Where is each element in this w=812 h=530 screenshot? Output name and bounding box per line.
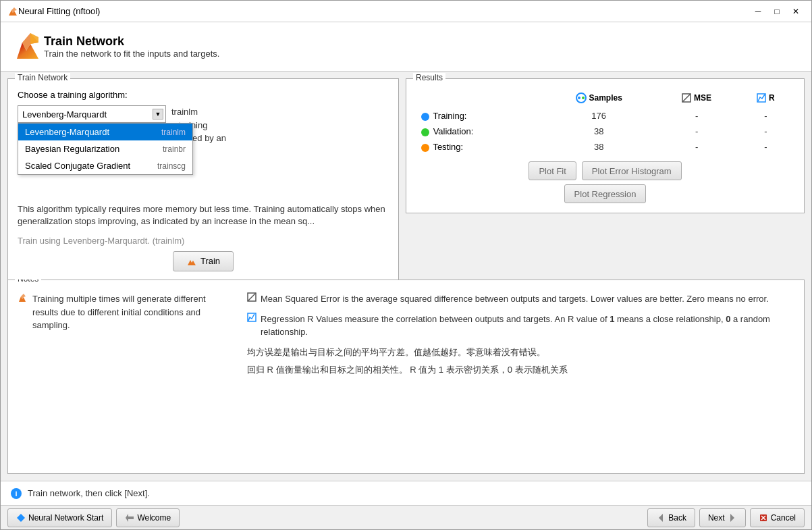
table-row: Validation: 38 - -	[416, 124, 794, 139]
svg-marker-20	[126, 514, 134, 522]
welcome-button[interactable]: Welcome	[116, 508, 180, 527]
col-mse-label: MSE	[694, 93, 711, 103]
algo-option-bayesian[interactable]: Bayesian Regularization trainbr	[18, 140, 192, 157]
notes-left: Training multiple times will generate di…	[18, 292, 234, 377]
col-header-samples: Samples	[541, 90, 656, 108]
validation-samples: 38	[541, 124, 656, 139]
close-button[interactable]: ✕	[787, 4, 805, 19]
main-window: Neural Fitting (nftool) ─ □ ✕ Train Netw…	[0, 0, 812, 530]
page-subtitle: Train the network to fit the inputs and …	[44, 49, 219, 59]
note-mse-block: Mean Squared Error is the average square…	[247, 292, 794, 306]
note-item-training: Training multiple times will generate di…	[18, 292, 234, 332]
notes-right: Mean Squared Error is the average square…	[247, 292, 794, 377]
bottom-nav-bar: Neural Network Start Welcome Back Next	[1, 505, 811, 529]
nav-welcome-icon	[125, 513, 134, 523]
next-button[interactable]: Next	[699, 508, 746, 527]
note-icon-training	[18, 293, 27, 332]
testing-samples: 38	[541, 139, 656, 155]
testing-r: -	[737, 139, 794, 155]
validation-label: Validation:	[416, 124, 541, 139]
neural-network-start-button[interactable]: Neural Network Start	[7, 508, 112, 527]
plot-error-histogram-button[interactable]: Plot Error Histogram	[582, 161, 682, 180]
table-row: Training: 176 - -	[416, 108, 794, 124]
main-content: Train Network Choose a training algorith…	[1, 72, 811, 280]
matlab-title-icon	[7, 6, 18, 17]
training-mse: -	[656, 108, 737, 124]
plot-regression-button[interactable]: Plot Regression	[564, 184, 647, 203]
algorithm-dropdown-container: Levenberg-Marquardt ▼ Levenberg-Marquard…	[18, 105, 166, 123]
nav-start-icon	[16, 513, 26, 523]
results-btn-row-2: Plot Regression	[416, 184, 794, 203]
cancel-icon	[759, 513, 768, 523]
back-label: Back	[668, 513, 686, 523]
training-label: Training:	[416, 108, 541, 124]
algo-levenberg-label: Levenberg-Marquardt	[25, 127, 109, 137]
train-network-section: Train Network Choose a training algorith…	[7, 78, 399, 280]
maximize-button[interactable]: □	[768, 4, 786, 19]
plot-fit-button[interactable]: Plot Fit	[529, 161, 576, 180]
col-samples-label: Samples	[589, 93, 622, 103]
train-button[interactable]: Train	[173, 251, 234, 271]
svg-line-10	[682, 94, 691, 102]
next-icon	[728, 513, 737, 523]
neural-network-start-label: Neural Network Start	[28, 513, 103, 523]
back-icon	[656, 513, 666, 523]
chinese-note-2: 回归 R 值衡量输出和目标之间的相关性。 R 值为 1 表示密切关系，0 表示随…	[247, 363, 794, 377]
training-text: Training:	[433, 111, 466, 121]
col-header-empty	[416, 90, 541, 108]
mse-icon	[682, 93, 691, 103]
algo-option-levenberg[interactable]: Levenberg-Marquardt trainlm	[18, 124, 192, 140]
welcome-label: Welcome	[137, 513, 171, 523]
page-title: Train Network	[44, 34, 219, 49]
note-mse-text: Mean Squared Error is the average square…	[261, 292, 769, 306]
samples-icon	[576, 92, 587, 103]
notes-content: Training multiple times will generate di…	[18, 292, 794, 377]
results-section: Results	[406, 78, 805, 213]
cancel-label: Cancel	[771, 513, 796, 523]
algo-description: This algorithm typically requires more m…	[18, 203, 389, 230]
validation-text: Validation:	[433, 126, 474, 136]
right-panel: Results	[406, 78, 805, 273]
testing-label: Testing:	[416, 139, 541, 155]
algo-bayesian-code: trainbr	[163, 144, 186, 154]
results-btn-row-1: Plot Fit Plot Error Histogram	[416, 161, 794, 180]
notes-title: Notes	[15, 280, 41, 284]
cancel-button[interactable]: Cancel	[750, 508, 805, 527]
window-controls: ─ □ ✕	[749, 4, 805, 19]
train-network-title: Train Network	[15, 73, 70, 82]
results-buttons: Plot Fit Plot Error Histogram Plot Regre…	[416, 161, 794, 203]
header-icon	[11, 30, 44, 63]
title-bar: Neural Fitting (nftool) ─ □ ✕	[1, 1, 811, 22]
dropdown-row: Levenberg-Marquardt ▼ Levenberg-Marquard…	[18, 105, 389, 145]
training-samples: 176	[541, 108, 656, 124]
left-panel: Train Network Choose a training algorith…	[7, 78, 399, 273]
algo-bayesian-label: Bayesian Regularization	[25, 144, 119, 154]
back-button[interactable]: Back	[647, 508, 695, 527]
note-r-text: Regression R Values measure the correlat…	[261, 313, 794, 339]
col-r-label: R	[769, 93, 775, 103]
train-using-label: Train using Levenberg-Marquardt. (trainl…	[18, 236, 389, 246]
testing-mse: -	[656, 139, 737, 155]
notes-section: Notes Training multiple times will gener…	[7, 280, 805, 474]
validation-mse: -	[656, 124, 737, 139]
minimize-button[interactable]: ─	[749, 4, 767, 19]
results-table: Samples MSE	[416, 90, 794, 155]
algo-conjugate-code: trainscg	[157, 161, 186, 171]
svg-marker-4	[30, 33, 38, 44]
svg-point-8	[582, 97, 585, 99]
train-using-code: (trainlm)	[153, 236, 185, 246]
testing-dot	[421, 144, 429, 152]
algorithm-dropdown[interactable]: Levenberg-Marquardt	[18, 105, 166, 123]
validation-dot	[421, 128, 429, 136]
page-header: Train Network Train the network to fit t…	[1, 22, 811, 72]
algo-conjugate-label: Scaled Conjugate Gradient	[25, 161, 130, 171]
bottom-info-text: Train network, then click [Next].	[28, 488, 150, 498]
algo-levenberg-code: trainlm	[161, 128, 186, 137]
algo-option-conjugate[interactable]: Scaled Conjugate Gradient trainscg	[18, 157, 192, 174]
info-icon: i	[10, 487, 22, 500]
next-label: Next	[708, 513, 725, 523]
training-dot	[421, 113, 429, 121]
training-r: -	[737, 108, 794, 124]
choose-algo-label: Choose a training algorithm:	[18, 90, 389, 100]
note-r-block: Regression R Values measure the correlat…	[247, 313, 794, 339]
